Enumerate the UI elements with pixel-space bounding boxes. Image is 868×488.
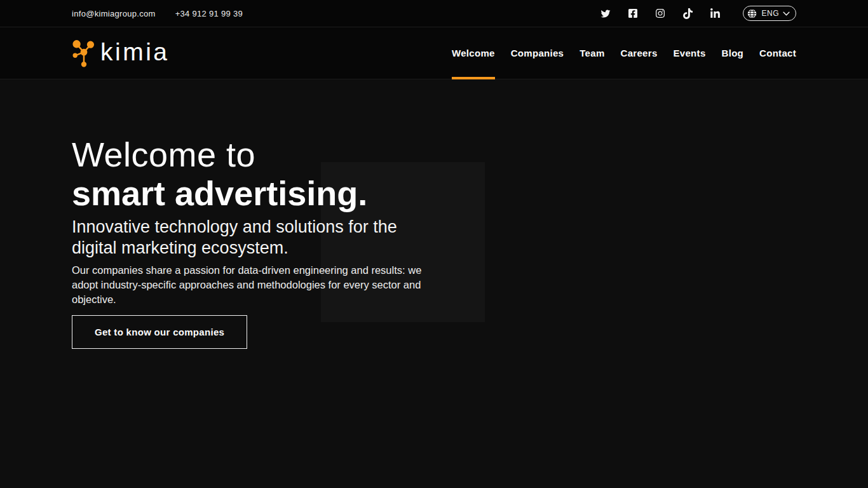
- top-utility-bar: info@kimiagroup.com +34 912 91 99 39: [0, 0, 868, 27]
- language-label: ENG: [761, 9, 779, 18]
- nav-item-companies[interactable]: Companies: [511, 27, 564, 79]
- kimia-landing-page: info@kimiagroup.com +34 912 91 99 39: [0, 0, 868, 488]
- phone-link[interactable]: +34 912 91 99 39: [175, 9, 243, 18]
- nav-item-careers[interactable]: Careers: [621, 27, 658, 79]
- facebook-icon[interactable]: [627, 8, 639, 19]
- twitter-icon[interactable]: [600, 8, 611, 19]
- logo-wordmark: kimia: [100, 39, 170, 64]
- kimia-molecule-icon: [72, 39, 96, 67]
- nav-item-welcome[interactable]: Welcome: [452, 27, 495, 79]
- tiktok-icon[interactable]: [682, 8, 693, 19]
- language-selector[interactable]: ENG: [743, 6, 796, 21]
- kimia-logo[interactable]: kimia: [72, 39, 170, 67]
- hero-title-line2: smart advertising.: [72, 174, 367, 212]
- nav-item-contact[interactable]: Contact: [759, 27, 796, 79]
- hero-title: Welcome to smart advertising.: [72, 135, 458, 213]
- hero-content: Welcome to smart advertising. Innovative…: [0, 79, 458, 349]
- nav-item-team[interactable]: Team: [580, 27, 604, 79]
- topbar-right: ENG: [600, 6, 796, 21]
- email-link[interactable]: info@kimiagroup.com: [72, 9, 156, 18]
- hero-description: Our companies share a passion for data-d…: [72, 263, 433, 307]
- main-nav: Welcome Companies Team Careers Events Bl…: [436, 27, 796, 79]
- globe-icon: [747, 8, 757, 19]
- chevron-down-icon: [783, 11, 790, 16]
- instagram-icon[interactable]: [654, 8, 666, 19]
- contact-info: info@kimiagroup.com +34 912 91 99 39: [72, 9, 243, 18]
- main-header: kimia Welcome Companies Team Careers Eve…: [0, 27, 868, 79]
- nav-item-events[interactable]: Events: [674, 27, 706, 79]
- get-to-know-companies-button[interactable]: Get to know our companies: [72, 315, 247, 349]
- hero-subtitle: Innovative technology and solutions for …: [72, 217, 440, 259]
- hero-section: Welcome to smart advertising. Innovative…: [0, 79, 868, 487]
- hero-title-line1: Welcome to: [72, 135, 255, 173]
- linkedin-icon[interactable]: [709, 8, 721, 19]
- nav-item-blog[interactable]: Blog: [722, 27, 744, 79]
